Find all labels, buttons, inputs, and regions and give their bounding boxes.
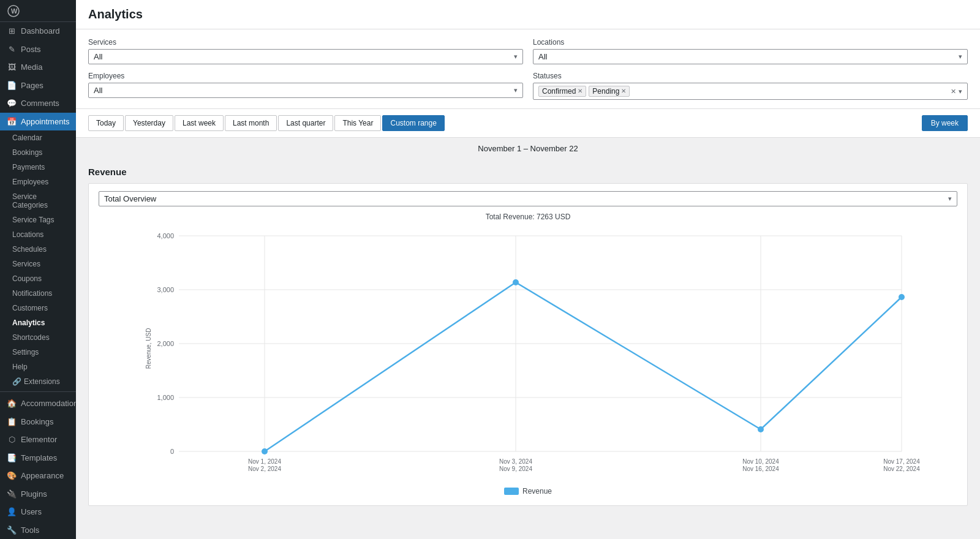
sidebar-sub-customers[interactable]: Customers xyxy=(0,301,76,315)
sidebar-sub-locations[interactable]: Locations xyxy=(0,227,76,242)
statuses-clear-all[interactable]: ✕ xyxy=(951,88,956,96)
sidebar-item-pages[interactable]: 📄 Pages xyxy=(0,77,76,95)
chart-dropdown[interactable]: Total Overview xyxy=(104,194,952,203)
status-tag-confirmed-label: Confirmed xyxy=(542,87,576,96)
status-tag-pending-remove[interactable]: ✕ xyxy=(621,88,626,94)
svg-text:2,000: 2,000 xyxy=(157,340,174,347)
data-point-3 xyxy=(758,426,764,432)
appointments-submenu: Calendar Bookings Payments Employees Ser… xyxy=(0,130,76,389)
services-filter-group: Services All ▾ xyxy=(88,38,523,64)
date-range-row: Today Yesterday Last week Last month Las… xyxy=(76,109,980,138)
filters-row-1: Services All ▾ Locations All ▾ xyxy=(88,38,968,64)
today-button[interactable]: Today xyxy=(88,115,124,131)
date-range-label: November 1 – November 22 xyxy=(76,138,980,157)
services-select-wrap[interactable]: All ▾ xyxy=(88,49,523,64)
sidebar-sub-help[interactable]: Help xyxy=(0,360,76,374)
yesterday-button[interactable]: Yesterday xyxy=(125,115,173,131)
status-tag-pending-label: Pending xyxy=(592,87,619,96)
sidebar-logo: W xyxy=(0,0,76,22)
sidebar-item-label: Accommodation xyxy=(21,399,76,408)
chart-title: Total Revenue: 7263 USD xyxy=(99,213,957,221)
employees-select-wrap[interactable]: All ▾ xyxy=(88,83,523,98)
revenue-line xyxy=(265,282,902,451)
sidebar-item-label: Posts xyxy=(21,45,41,54)
sidebar-item-appointments[interactable]: 📅 Appointments xyxy=(0,113,76,131)
sidebar-item-bookings2[interactable]: 📋 Bookings xyxy=(0,413,76,431)
status-tag-confirmed-remove[interactable]: ✕ xyxy=(578,88,582,94)
statuses-wrap[interactable]: Confirmed ✕ Pending ✕ ✕ ▾ xyxy=(533,83,968,100)
sidebar-sub-coupons[interactable]: Coupons xyxy=(0,271,76,286)
sidebar-item-media[interactable]: 🖼 Media xyxy=(0,58,76,77)
services-select[interactable]: All xyxy=(94,52,518,61)
svg-text:3,000: 3,000 xyxy=(157,286,174,293)
sidebar-sub-notifications[interactable]: Notifications xyxy=(0,286,76,301)
status-tag-pending: Pending ✕ xyxy=(589,86,630,97)
employees-select[interactable]: All xyxy=(94,86,518,95)
main-content: Analytics Services All ▾ Locations All xyxy=(76,0,980,539)
sidebar-item-plugins[interactable]: 🔌 Plugins xyxy=(0,485,76,503)
sidebar-item-elementor[interactable]: ⬡ Elementor xyxy=(0,431,76,449)
sidebar-item-label: Appointments xyxy=(21,117,70,126)
services-label: Services xyxy=(88,38,523,47)
sidebar-item-label: Tools xyxy=(21,526,39,535)
users-icon: 👤 xyxy=(6,507,17,518)
sidebar-sub-calendar[interactable]: Calendar xyxy=(0,130,76,145)
sidebar: W ⊞ Dashboard ✎ Posts 🖼 Media 📄 Pages 💬 … xyxy=(0,0,76,539)
statuses-filter-group: Statuses Confirmed ✕ Pending ✕ ✕ ▾ xyxy=(533,72,968,100)
sidebar-item-accommodation[interactable]: 🏠 Accommodation xyxy=(0,394,76,413)
appearance-icon: 🎨 xyxy=(6,470,17,481)
sidebar-divider-1 xyxy=(0,391,76,392)
elementor-icon: ⬡ xyxy=(6,434,17,445)
sidebar-item-dashboard[interactable]: ⊞ Dashboard xyxy=(0,22,76,40)
sidebar-item-label: Pages xyxy=(21,81,43,90)
sidebar-item-users[interactable]: 👤 Users xyxy=(0,503,76,521)
revenue-chart-container: Total Overview ▾ Total Revenue: 7263 USD… xyxy=(88,183,968,506)
locations-filter-group: Locations All ▾ xyxy=(533,38,968,64)
custom-range-button[interactable]: Custom range xyxy=(382,115,444,131)
sidebar-sub-services[interactable]: Services xyxy=(0,257,76,271)
sidebar-item-label: Appearance xyxy=(21,471,64,480)
svg-text:Nov 16, 2024: Nov 16, 2024 xyxy=(742,466,779,472)
svg-text:Nov 3, 2024: Nov 3, 2024 xyxy=(499,458,532,465)
sidebar-item-label: Media xyxy=(21,62,42,72)
sidebar-sub-payments[interactable]: Payments xyxy=(0,160,76,175)
sidebar-sub-extensions[interactable]: 🔗Extensions xyxy=(0,374,76,389)
statuses-chevron-icon[interactable]: ▾ xyxy=(959,88,962,96)
svg-text:W: W xyxy=(11,7,18,15)
svg-text:Revenue, USD: Revenue, USD xyxy=(145,328,152,369)
last-quarter-button[interactable]: Last quarter xyxy=(278,115,333,131)
sidebar-sub-shortcodes[interactable]: Shortcodes xyxy=(0,330,76,345)
sidebar-sub-schedules[interactable]: Schedules xyxy=(0,242,76,257)
sidebar-sub-analytics[interactable]: Analytics xyxy=(0,315,76,330)
sidebar-item-appearance[interactable]: 🎨 Appearance xyxy=(0,467,76,485)
sidebar-item-label: Elementor xyxy=(21,435,57,444)
last-week-button[interactable]: Last week xyxy=(175,115,224,131)
tools-icon: 🔧 xyxy=(6,524,17,535)
sidebar-sub-employees[interactable]: Employees xyxy=(0,175,76,189)
sidebar-item-tools[interactable]: 🔧 Tools xyxy=(0,521,76,540)
sidebar-sub-bookings[interactable]: Bookings xyxy=(0,145,76,160)
locations-select-wrap[interactable]: All ▾ xyxy=(533,49,968,64)
chart-svg-wrap: 4,000 3,000 2,000 1,000 0 Revenue, USD xyxy=(99,226,957,483)
content-area: Revenue Total Overview ▾ Total Revenue: … xyxy=(76,157,980,516)
svg-text:0: 0 xyxy=(170,448,174,455)
sidebar-item-label: Templates xyxy=(21,453,57,462)
last-month-button[interactable]: Last month xyxy=(225,115,277,131)
locations-select[interactable]: All xyxy=(538,52,962,61)
sidebar-sub-settings[interactable]: Settings xyxy=(0,345,76,360)
sidebar-item-comments[interactable]: 💬 Comments xyxy=(0,94,76,113)
filters-area: Services All ▾ Locations All ▾ xyxy=(76,29,980,109)
sidebar-item-templates[interactable]: 📑 Templates xyxy=(0,449,76,467)
chart-dropdown-wrap[interactable]: Total Overview ▾ xyxy=(99,191,957,206)
sidebar-item-posts[interactable]: ✎ Posts xyxy=(0,40,76,59)
sidebar-sub-service-tags[interactable]: Service Tags xyxy=(0,213,76,227)
svg-text:1,000: 1,000 xyxy=(157,394,174,401)
sidebar-item-label: Users xyxy=(21,507,42,516)
sidebar-sub-service-categories[interactable]: Service Categories xyxy=(0,189,76,213)
this-year-button[interactable]: This Year xyxy=(334,115,381,131)
pages-icon: 📄 xyxy=(6,80,17,91)
by-week-button[interactable]: By week xyxy=(922,115,968,131)
page-title: Analytics xyxy=(88,7,968,21)
locations-label: Locations xyxy=(533,38,968,47)
statuses-label: Statuses xyxy=(533,72,968,80)
